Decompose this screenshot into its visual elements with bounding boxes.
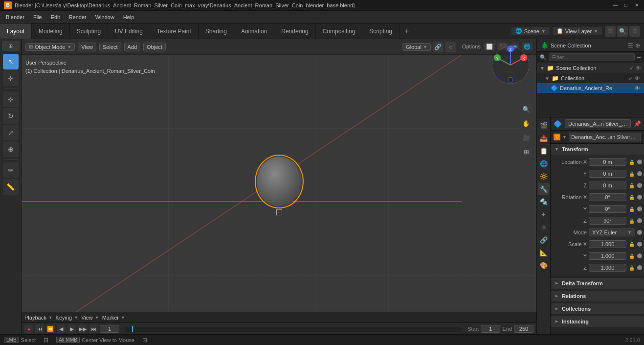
- options-button[interactable]: Options: [462, 44, 481, 49]
- jump-end-button[interactable]: ⏭: [89, 324, 98, 333]
- relations-header[interactable]: ▼ Relations: [551, 291, 644, 301]
- tab-sculpting[interactable]: Sculpting: [70, 23, 108, 39]
- snap-button[interactable]: 🔗: [433, 42, 444, 52]
- playback-menu[interactable]: Playback ▼: [24, 315, 53, 321]
- sc-checkbox-icon[interactable]: ✓: [629, 65, 634, 71]
- viewport[interactable]: ⊞ Object Mode ▼ View Select Add Object G…: [22, 39, 536, 334]
- loc-y-lock[interactable]: 🔒: [628, 171, 635, 177]
- proportional-edit-button[interactable]: ○: [445, 42, 456, 52]
- rot-x-lock[interactable]: 🔒: [628, 195, 635, 200]
- add-menu-button[interactable]: Add: [124, 43, 141, 51]
- prop-tab-particles[interactable]: ✦: [538, 208, 550, 220]
- tab-shading[interactable]: Shading: [199, 23, 234, 39]
- next-frame-button[interactable]: ▶▶: [78, 324, 87, 333]
- scale-y-value[interactable]: 1.000: [589, 252, 626, 260]
- scale-x-lock[interactable]: 🔒: [628, 242, 635, 247]
- tab-texture-paint[interactable]: Texture Paint: [150, 23, 199, 39]
- scale-x-value[interactable]: 1.000: [589, 240, 626, 248]
- obj-eye-icon[interactable]: 👁: [635, 85, 640, 91]
- rot-z-lock[interactable]: 🔒: [628, 218, 635, 224]
- view-menu[interactable]: View ▼: [81, 315, 99, 321]
- keying-menu[interactable]: Keying ▼: [56, 315, 79, 321]
- col-checkbox-icon[interactable]: ✓: [628, 75, 633, 82]
- rot-mode-dot[interactable]: [637, 230, 642, 235]
- prop-tab-modifier[interactable]: 🔩: [538, 196, 550, 207]
- rotation-mode-selector[interactable]: XYZ Euler ▼: [589, 229, 635, 236]
- loc-z-dot[interactable]: [637, 183, 642, 188]
- prop-tab-render[interactable]: 🎬: [538, 119, 550, 131]
- menu-blender[interactable]: Blender: [2, 13, 28, 21]
- menu-edit[interactable]: Edit: [47, 13, 64, 21]
- object-pin-button[interactable]: 📌: [634, 120, 641, 127]
- transform-section-header[interactable]: ▼ Transform: [551, 144, 644, 155]
- close-button[interactable]: ✕: [633, 2, 640, 9]
- loc-z-lock[interactable]: 🔒: [628, 183, 635, 188]
- header-icon-3[interactable]: ☰: [629, 26, 640, 37]
- loc-x-lock[interactable]: 🔒: [628, 160, 635, 165]
- tab-modeling[interactable]: Modeling: [32, 23, 70, 39]
- play-button[interactable]: ▶: [67, 324, 76, 333]
- collection-row[interactable]: ▼ 📁 Collection ✓ 👁: [537, 73, 644, 83]
- scale-y-dot[interactable]: [637, 253, 642, 258]
- menu-help[interactable]: Help: [119, 13, 138, 21]
- object-row[interactable]: 🔷 Denarius_Ancient_Re 👁: [537, 83, 644, 93]
- measure-tool-button[interactable]: 📏: [3, 179, 19, 195]
- prop-tab-view-layer[interactable]: 📋: [538, 145, 550, 157]
- tab-rendering[interactable]: Rendering: [274, 23, 315, 39]
- tab-layout[interactable]: Layout: [0, 23, 32, 39]
- tab-animation[interactable]: Animation: [234, 23, 274, 39]
- select-tool-button[interactable]: ↖: [3, 54, 19, 69]
- select-menu-button[interactable]: Select: [99, 43, 121, 51]
- data-dropdown-icon[interactable]: ▼: [562, 135, 567, 139]
- timeline-scrubber[interactable]: [125, 327, 462, 331]
- maximize-button[interactable]: □: [622, 2, 629, 9]
- rotate-tool-button[interactable]: ↻: [3, 108, 19, 124]
- col-eye-icon[interactable]: 👁: [635, 75, 640, 81]
- menu-render[interactable]: Render: [65, 13, 90, 21]
- prop-tab-constraints[interactable]: 🔗: [538, 234, 550, 246]
- rot-x-value[interactable]: 0°: [589, 193, 626, 201]
- instancing-header[interactable]: ▼ Instancing: [551, 316, 644, 327]
- tab-scripting[interactable]: Scripting: [362, 23, 400, 39]
- scale-x-dot[interactable]: [637, 242, 642, 247]
- scale-z-value[interactable]: 1.000: [589, 264, 626, 272]
- loc-x-dot[interactable]: [637, 160, 642, 164]
- rot-y-dot[interactable]: [637, 207, 642, 211]
- view-menu-button[interactable]: View: [78, 43, 96, 51]
- prop-tab-world[interactable]: 🔆: [538, 170, 550, 182]
- current-frame-input[interactable]: [100, 325, 119, 333]
- marker-menu[interactable]: Marker ▼: [102, 315, 125, 321]
- header-icon-2[interactable]: 🔍: [617, 26, 628, 37]
- record-button[interactable]: ●: [24, 324, 33, 333]
- menu-file[interactable]: File: [29, 13, 46, 21]
- prop-tab-scene[interactable]: 🌐: [538, 158, 550, 169]
- transform-tool-button[interactable]: ⊕: [3, 141, 19, 157]
- prop-tab-data[interactable]: 📐: [538, 247, 550, 258]
- camera-button[interactable]: 🎥: [520, 131, 533, 144]
- scale-tool-button[interactable]: ⤢: [3, 125, 19, 140]
- tab-uv-editing[interactable]: UV Editing: [108, 23, 150, 39]
- transform-orientation-selector[interactable]: Global ▼: [402, 43, 431, 51]
- filter-icon-1[interactable]: ☰: [637, 55, 641, 60]
- rot-y-value[interactable]: 0°: [589, 205, 626, 213]
- sc-eye-icon[interactable]: 👁: [636, 65, 641, 71]
- scale-z-dot[interactable]: [637, 265, 642, 270]
- loc-y-value[interactable]: 0 m: [589, 170, 626, 178]
- add-workspace-button[interactable]: +: [400, 23, 414, 39]
- object-mode-selector[interactable]: ⊞ Object Mode ▼: [25, 43, 75, 51]
- rot-z-value[interactable]: 90°: [589, 217, 626, 225]
- rot-z-dot[interactable]: [637, 218, 642, 223]
- outliner-options-button[interactable]: ⊕: [635, 42, 640, 49]
- menu-window[interactable]: Window: [91, 13, 118, 21]
- annotate-tool-button[interactable]: ✏: [3, 162, 19, 178]
- prop-tab-physics[interactable]: ⚛: [538, 221, 550, 233]
- view-layer-selector[interactable]: 📋 View Layer ▼: [553, 27, 602, 35]
- header-icon-1[interactable]: ☰: [605, 26, 616, 37]
- outliner-search-input[interactable]: [549, 53, 635, 61]
- move-tool-button[interactable]: ⊹: [3, 92, 19, 107]
- loc-y-dot[interactable]: [637, 171, 642, 176]
- scale-z-lock[interactable]: 🔒: [628, 265, 635, 271]
- minimize-button[interactable]: —: [612, 2, 619, 9]
- frame-start-input[interactable]: [481, 325, 500, 333]
- layout-grid-button[interactable]: ⊞: [520, 145, 533, 158]
